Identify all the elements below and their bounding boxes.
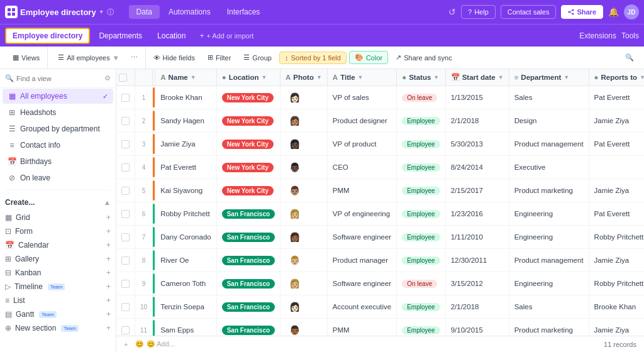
row-location[interactable]: San Francisco xyxy=(216,319,280,336)
row-location[interactable]: New York City xyxy=(216,109,280,133)
row-name[interactable]: Sandy Hagen xyxy=(155,109,217,133)
sidebar-create-form[interactable]: ⊡ Form + xyxy=(0,224,116,238)
row-checkbox[interactable] xyxy=(121,187,130,195)
location-badge: San Francisco xyxy=(222,326,275,335)
row-location[interactable]: San Francisco xyxy=(216,249,280,272)
row-number: 6 xyxy=(135,202,153,226)
sidebar-create-gantt[interactable]: ▤ Gantt Team + xyxy=(0,307,116,321)
row-photo: 👩🏽 xyxy=(280,109,328,133)
sidebar-create-timeline[interactable]: ▷ Timeline Team + xyxy=(0,280,116,294)
sidebar-item-grouped-by-department[interactable]: ☰ Grouped by department xyxy=(3,121,113,136)
user-avatar[interactable]: JD xyxy=(624,4,639,19)
row-start-date: 9/10/2015 xyxy=(445,319,509,336)
sort-button[interactable]: ↕ Sorted by 1 field xyxy=(279,52,347,64)
sidebar-create-toggle[interactable]: Create... ▲ xyxy=(0,194,116,211)
row-name[interactable]: River Oe xyxy=(155,249,217,272)
nav-tab-data[interactable]: Data xyxy=(129,5,160,19)
row-name[interactable]: Brooke Khan xyxy=(155,86,217,109)
sidebar-create-gallery[interactable]: ⊞ Gallery + xyxy=(0,252,116,266)
row-location[interactable]: San Francisco xyxy=(216,272,280,295)
help-button[interactable]: ? Help xyxy=(461,5,496,19)
filter-button[interactable]: ⊞ Filter xyxy=(203,52,236,63)
notifications-icon[interactable]: 🔔 xyxy=(608,7,619,17)
sidebar-item-headshots[interactable]: ⊞ Headshots xyxy=(3,105,113,120)
row-location[interactable]: San Francisco xyxy=(216,295,280,319)
sub-tab-departments[interactable]: Departments xyxy=(92,29,148,43)
all-employees-button[interactable]: ☰ All employees ▼ xyxy=(53,52,124,63)
add-emoji-button[interactable]: 😊 😊 Add... xyxy=(135,340,174,348)
row-checkbox[interactable] xyxy=(121,94,130,102)
table-row: 3 Jamie Ziya New York City 👩🏿 VP of prod… xyxy=(116,133,644,156)
row-checkbox[interactable] xyxy=(121,163,130,172)
search-button[interactable]: 🔍 xyxy=(620,52,639,63)
row-name[interactable]: Dany Coronado xyxy=(155,226,217,249)
row-name[interactable]: Kai Siyavong xyxy=(155,179,217,202)
col-status[interactable]: ●Status▼ xyxy=(397,69,445,86)
row-checkbox[interactable] xyxy=(121,280,130,288)
row-location[interactable]: San Francisco xyxy=(216,226,280,249)
add-import-button[interactable]: + + Add or import xyxy=(194,29,258,43)
sidebar-create-grid[interactable]: ▦ Grid + xyxy=(0,211,116,224)
add-row-button[interactable]: + xyxy=(124,341,128,348)
row-checkbox[interactable] xyxy=(121,233,130,241)
sidebar-item-birthdays[interactable]: 📅 Birthdays xyxy=(3,154,113,169)
row-department: Engineering xyxy=(509,272,589,295)
sub-tab-location[interactable]: Location xyxy=(151,29,192,43)
col-photo[interactable]: APhoto▼ xyxy=(280,69,328,86)
row-checkbox[interactable] xyxy=(121,140,130,148)
row-location[interactable]: New York City xyxy=(216,133,280,156)
row-checkbox-cell xyxy=(116,109,135,133)
undo-icon[interactable]: ↺ xyxy=(448,7,456,17)
row-name[interactable]: Cameron Toth xyxy=(155,272,217,295)
create-gantt-icon: ▤ xyxy=(5,310,12,319)
row-name[interactable]: Sam Epps xyxy=(155,319,217,336)
nav-tab-interfaces[interactable]: Interfaces xyxy=(219,5,268,19)
color-button[interactable]: 🎨 Color xyxy=(349,51,388,64)
row-location[interactable]: New York City xyxy=(216,156,280,179)
extensions-button[interactable]: Extensions xyxy=(579,31,616,40)
row-location[interactable]: New York City xyxy=(216,179,280,202)
row-name[interactable]: Pat Everett xyxy=(155,156,217,179)
view-options-button[interactable]: ⋯ xyxy=(126,52,143,63)
row-name[interactable]: Jamie Ziya xyxy=(155,133,217,156)
sub-tab-employee-directory[interactable]: Employee directory xyxy=(5,28,90,44)
row-name[interactable]: Robby Pritchett xyxy=(155,202,217,226)
share-button[interactable]: Share xyxy=(561,5,603,19)
row-location[interactable]: San Francisco xyxy=(216,202,280,226)
col-department[interactable]: ≡Department▼ xyxy=(509,69,589,86)
col-name[interactable]: AName▼ xyxy=(155,69,217,86)
col-title[interactable]: ATitle▼ xyxy=(327,69,396,86)
sidebar-create-list[interactable]: ≡ List + xyxy=(0,294,116,307)
share-sync-button[interactable]: ↗ Share and sync xyxy=(391,52,457,63)
views-button[interactable]: ▦ Views xyxy=(8,52,45,63)
row-reports-to: Pat Everett xyxy=(589,86,644,109)
row-start-date: 2/1/2018 xyxy=(445,295,509,319)
contact-sales-button[interactable]: Contact sales xyxy=(501,5,557,19)
search-icon: 🔍 xyxy=(5,74,14,82)
row-checkbox[interactable] xyxy=(121,256,130,265)
settings-icon[interactable]: ⚙ xyxy=(104,74,111,82)
select-all-checkbox[interactable] xyxy=(119,74,127,82)
row-checkbox[interactable] xyxy=(121,117,130,125)
photo-avatar: 👩🏼 xyxy=(286,275,303,292)
col-reports-to[interactable]: ●Reports to▼ xyxy=(589,69,644,86)
sidebar-item-all-employees[interactable]: ▦ All employees ✓ xyxy=(3,89,113,104)
row-name[interactable]: Tenzin Soepa xyxy=(155,295,217,319)
col-location[interactable]: ●Location▼ xyxy=(216,69,280,86)
sidebar-item-on-leave[interactable]: ⊘ On leave xyxy=(3,170,113,185)
row-checkbox[interactable] xyxy=(121,326,130,334)
sidebar-create-new-section[interactable]: ⊕ New section Team + xyxy=(0,321,116,335)
row-location[interactable]: New York City xyxy=(216,86,280,109)
hide-fields-button[interactable]: 👁 Hide fields xyxy=(148,52,200,63)
sidebar-item-contact-info[interactable]: ≡ Contact info xyxy=(3,138,113,153)
table-footer: + 😊 😊 Add... 11 records xyxy=(116,336,644,352)
find-view-input[interactable] xyxy=(16,75,102,82)
row-checkbox[interactable] xyxy=(121,210,130,218)
nav-tab-automations[interactable]: Automations xyxy=(161,5,218,19)
sidebar-create-calendar[interactable]: 📅 Calendar + xyxy=(0,238,116,252)
tools-button[interactable]: Tools xyxy=(621,31,639,40)
group-button[interactable]: ☰ Group xyxy=(238,52,277,63)
row-checkbox[interactable] xyxy=(121,303,130,311)
sidebar-create-kanban[interactable]: ⊟ Kanban + xyxy=(0,266,116,280)
col-start-date[interactable]: 📅Start date▼ xyxy=(445,69,509,86)
